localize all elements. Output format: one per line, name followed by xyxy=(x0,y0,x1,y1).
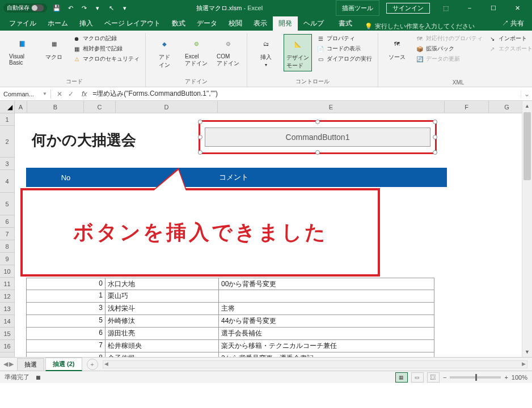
macro-security-button[interactable]: ⚠マクロのセキュリティ xyxy=(71,54,141,63)
design-mode-button[interactable]: 📐デザイン モード xyxy=(284,34,312,71)
cell-comment[interactable] xyxy=(219,290,434,303)
maximize-icon[interactable]: ☐ xyxy=(482,0,505,16)
pointer-icon[interactable]: ↖ xyxy=(106,3,116,13)
row-header[interactable]: 5 xyxy=(0,193,14,215)
properties-button[interactable]: ☰プロパティ xyxy=(315,34,373,43)
signin-button[interactable]: サインイン xyxy=(386,3,430,14)
addins-button[interactable]: ◆アド イン xyxy=(150,34,179,70)
view-normal-icon[interactable]: ▦ xyxy=(395,372,408,382)
column-header[interactable]: G xyxy=(489,101,525,113)
select-all-corner[interactable]: ◢ xyxy=(0,101,14,113)
table-row[interactable]: 5外崎修汰44から背番号変更 xyxy=(26,315,434,328)
scroll-left-icon[interactable]: ◀ xyxy=(104,361,108,367)
add-sheet-button[interactable]: + xyxy=(87,359,98,370)
horizontal-scrollbar[interactable]: ◀ ▶ xyxy=(103,360,528,368)
row-header[interactable]: 7 xyxy=(0,228,14,240)
zoom-slider[interactable] xyxy=(450,376,501,379)
resize-handle[interactable] xyxy=(198,120,202,124)
zoom-out-icon[interactable]: − xyxy=(443,374,446,381)
cancel-formula-icon[interactable]: ✕ xyxy=(54,90,65,98)
cell-name[interactable]: 松井稼頭央 xyxy=(105,340,219,352)
resize-handle[interactable] xyxy=(433,120,437,124)
tab-help[interactable]: ヘルプ xyxy=(298,16,330,31)
row-header[interactable]: 15 xyxy=(0,328,14,340)
scroll-down-icon[interactable]: ▼ xyxy=(522,347,532,357)
resize-handle[interactable] xyxy=(315,120,320,124)
table-row[interactable]: 7松井稼頭央楽天から移籍・テクニカルコーチ兼任 xyxy=(26,340,434,352)
tab-data[interactable]: データ xyxy=(191,16,223,31)
tellme-search[interactable]: 💡 実行したい作業を入力してください xyxy=(365,22,475,31)
table-row[interactable]: 1栗山巧 xyxy=(26,290,434,303)
zoom-in-icon[interactable]: + xyxy=(504,374,508,381)
scroll-up-icon[interactable]: ▲ xyxy=(522,101,532,111)
ribbon-options-icon[interactable]: ⬚ xyxy=(434,0,457,16)
autosave-switch[interactable] xyxy=(31,5,44,11)
visualbasic-button[interactable]: 📘Visual Basic xyxy=(8,34,36,67)
cell-no[interactable]: 3 xyxy=(26,303,105,315)
cell-no[interactable]: 5 xyxy=(26,315,105,328)
row-header[interactable]: 13 xyxy=(0,303,14,315)
tab-nav-prev-icon[interactable]: ◀ xyxy=(3,360,8,368)
cells-area[interactable]: 何かの大抽選会 CommandButton1 No コメント ボタンを挿入で xyxy=(15,113,532,357)
row-header[interactable]: 6 xyxy=(0,215,14,228)
view-code-button[interactable]: 📄コードの表示 xyxy=(315,44,373,53)
record-macro-button[interactable]: ⏺マクロの記録 xyxy=(71,34,141,43)
column-header[interactable]: E xyxy=(218,101,445,113)
tab-nav-next-icon[interactable]: ▶ xyxy=(9,360,14,368)
table-row[interactable]: 3浅村栄斗主将 xyxy=(26,303,434,315)
cell-comment[interactable]: 選手会長補佐 xyxy=(219,328,434,340)
sheet-tab-1[interactable]: 抽選 xyxy=(17,358,44,371)
cell-name[interactable]: 栗山巧 xyxy=(105,290,219,303)
cell-no[interactable]: 8 xyxy=(26,352,105,357)
command-button[interactable]: CommandButton1 xyxy=(205,128,430,147)
macro-record-icon[interactable]: ⏹ xyxy=(35,374,41,381)
undo-icon[interactable]: ↶ xyxy=(65,3,75,13)
qat-more2-icon[interactable]: ▾ xyxy=(120,3,130,13)
row-header[interactable]: 4 xyxy=(0,170,14,193)
tab-formulas[interactable]: 数式 xyxy=(166,16,191,31)
table-row[interactable]: 8金子侑司2から背番号変更・選手会書記 xyxy=(26,352,434,357)
scroll-right-icon[interactable]: ▶ xyxy=(522,361,526,367)
cell-no[interactable]: 6 xyxy=(26,328,105,340)
zoom-level[interactable]: 100% xyxy=(512,374,527,381)
row-header[interactable]: 10 xyxy=(0,265,14,278)
row-header[interactable]: 11 xyxy=(0,278,14,290)
resize-handle[interactable] xyxy=(433,135,437,139)
row-header[interactable]: 14 xyxy=(0,315,14,328)
cell-name[interactable]: 源田壮亮 xyxy=(105,328,219,340)
view-pagelayout-icon[interactable]: ▭ xyxy=(411,372,424,382)
row-header[interactable]: 8 xyxy=(0,240,14,253)
cell-comment[interactable]: 主将 xyxy=(219,303,434,315)
formula-input[interactable]: =埋め込み("Forms.CommandButton.1","") xyxy=(89,88,521,100)
macros-button[interactable]: ▦マクロ xyxy=(40,34,68,62)
resize-handle[interactable] xyxy=(198,135,202,139)
table-row[interactable]: 6源田壮亮選手会長補佐 xyxy=(26,328,434,340)
row-header[interactable]: 16 xyxy=(0,340,14,352)
chevron-down-icon[interactable]: ▼ xyxy=(43,91,47,96)
column-header[interactable]: D xyxy=(116,101,218,113)
tab-view[interactable]: 表示 xyxy=(248,16,273,31)
run-dialog-button[interactable]: ▭ダイアログの実行 xyxy=(315,54,373,63)
tab-pagelayout[interactable]: ページ レイアウト xyxy=(99,16,166,31)
cell-name[interactable]: 水口大地 xyxy=(105,278,219,290)
qat-more-icon[interactable]: ▾ xyxy=(92,3,103,13)
tab-review[interactable]: 校閲 xyxy=(223,16,248,31)
expand-formula-icon[interactable]: ⌄ xyxy=(521,90,532,98)
column-header[interactable]: A xyxy=(15,101,27,113)
cell-name[interactable]: 金子侑司 xyxy=(105,352,219,357)
autosave-toggle[interactable]: 自動保存 xyxy=(3,3,47,12)
cell-no[interactable]: 0 xyxy=(26,278,105,290)
resize-handle[interactable] xyxy=(198,150,202,155)
tab-file[interactable]: ファイル xyxy=(3,16,42,31)
column-header[interactable]: C xyxy=(84,101,116,113)
tab-developer[interactable]: 開発 xyxy=(273,16,298,31)
table-row[interactable]: 0水口大地00から背番号変更 xyxy=(26,278,434,290)
tab-home[interactable]: ホーム xyxy=(42,16,74,31)
name-box[interactable]: Comman...▼ xyxy=(0,90,51,99)
sheet-tab-2[interactable]: 抽選 (2) xyxy=(45,358,82,371)
import-button[interactable]: ↘インポート xyxy=(487,34,532,43)
cell-no[interactable]: 1 xyxy=(26,290,105,303)
row-header[interactable]: 3 xyxy=(0,158,14,170)
commandbutton-selection[interactable]: CommandButton1 xyxy=(199,120,437,154)
row-header[interactable]: 12 xyxy=(0,290,14,303)
